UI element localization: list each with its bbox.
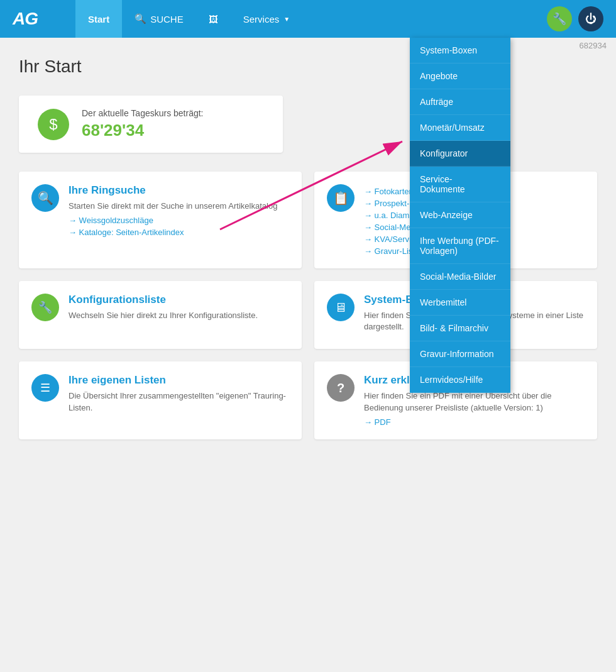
ringsuche-icon: 🔍 <box>31 184 59 212</box>
services-label: Services <box>243 14 280 25</box>
wrench-icon: 🔧 <box>553 12 566 26</box>
dropdown-bild-filmarchiv[interactable]: Bild- & Filmarchiv <box>410 316 510 341</box>
header: AG Start 🔍 SUCHE 🖼 Services ▼ 🔧 ⏻ <box>0 0 616 38</box>
header-icons: 🔧 ⏻ <box>547 6 616 31</box>
card-ringsuche: 🔍 Ihre Ringsuche Starten Sie direkt mit … <box>19 172 302 268</box>
kurz-erklaert-icon: ? <box>327 374 355 402</box>
card-konfigurationsliste: 🔧 Konfigurationsliste Wechseln Sie hier … <box>19 281 302 349</box>
rate-box: $ Der aktuelle Tageskurs beträgt: 68'29'… <box>19 96 283 153</box>
dropdown-web-anzeige[interactable]: Web-Anzeige <box>410 202 510 228</box>
ringsuche-link-2[interactable]: → Kataloge: Seiten-Artikelindex <box>69 228 277 237</box>
konfiguration-title: Konfigurationsliste <box>69 294 258 306</box>
kurz-erklaert-desc: Hier finden Sie ein PDF mit einer Übersi… <box>364 390 585 413</box>
eigene-listen-title: Ihre eigenen Listen <box>69 374 289 387</box>
dropdown-lernvideos[interactable]: Lernvideos/Hilfe <box>410 367 510 393</box>
ringsuche-title: Ihre Ringsuche <box>69 184 277 197</box>
dropdown-system-boxen[interactable]: System-Boxen <box>410 38 510 63</box>
system-boxen-icon: 🖥 <box>327 294 355 321</box>
dropdown-service-dokumente[interactable]: Service-Dokumente <box>410 167 510 202</box>
power-icon: ⏻ <box>585 13 597 26</box>
rate-content: Der aktuelle Tageskurs beträgt: 68'29'34 <box>82 108 204 140</box>
catalog-icon: 📋 <box>327 184 355 212</box>
search-icon: 🔍 <box>135 13 146 25</box>
dropdown-gravur-info[interactable]: Gravur-Information <box>410 341 510 367</box>
ringsuche-content: Ihre Ringsuche Starten Sie direkt mit de… <box>69 184 277 256</box>
cards-grid: 🔍 Ihre Ringsuche Starten Sie direkt mit … <box>19 172 597 439</box>
logo: AG <box>0 9 75 29</box>
dropdown-social-media[interactable]: Social-Media-Bilder <box>410 264 510 290</box>
rate-value: 68'29'34 <box>82 121 204 140</box>
page-title: Ihr Start <box>19 57 597 77</box>
kurz-erklaert-pdf-link[interactable]: → PDF <box>364 417 585 427</box>
konfiguration-icon: 🔧 <box>31 294 59 321</box>
dropdown-angebote[interactable]: Angebote <box>410 63 510 89</box>
eigene-listen-icon: ☰ <box>31 374 59 402</box>
main-nav: Start 🔍 SUCHE 🖼 Services ▼ <box>75 0 547 38</box>
main-content: Ihr Start $ Der aktuelle Tageskurs beträ… <box>0 38 616 458</box>
konfiguration-desc: Wechseln Sie hier direkt zu Ihrer Konfig… <box>69 310 258 321</box>
eigene-listen-desc: Die Übersicht Ihrer zusammengestellten "… <box>69 390 289 413</box>
nav-services[interactable]: Services ▼ <box>231 0 302 38</box>
nav-catalog[interactable]: 🖼 <box>196 0 231 38</box>
rate-label: Der aktuelle Tageskurs beträgt: <box>82 108 204 118</box>
dropdown-werbemittel[interactable]: Werbemittel <box>410 290 510 316</box>
search-label: SUCHE <box>150 14 184 25</box>
konfiguration-content: Konfigurationsliste Wechseln Sie hier di… <box>69 294 258 336</box>
dropdown-auftraege[interactable]: Aufträge <box>410 89 510 115</box>
dropdown-konfigurator[interactable]: Konfigurator <box>410 141 510 167</box>
services-dropdown: System-Boxen Angebote Aufträge Monetär/U… <box>410 38 510 393</box>
ringsuche-link-1[interactable]: → Weissgoldzuschläge <box>69 216 277 225</box>
dropdown-monetaer[interactable]: Monetär/Umsatz <box>410 115 510 141</box>
catalog-icon: 🖼 <box>209 14 218 25</box>
settings-button[interactable]: 🔧 <box>547 6 572 31</box>
nav-search[interactable]: 🔍 SUCHE <box>122 0 196 38</box>
chevron-down-icon: ▼ <box>283 16 290 23</box>
dropdown-ihre-werbung[interactable]: Ihre Werbung (PDF-Vorlagen) <box>410 228 510 264</box>
dollar-icon: $ <box>38 109 69 140</box>
power-button[interactable]: ⏻ <box>578 6 603 31</box>
ringsuche-desc: Starten Sie direkt mit der Suche in unse… <box>69 201 277 212</box>
nav-start[interactable]: Start <box>75 0 122 38</box>
card-eigene-listen: ☰ Ihre eigenen Listen Die Übersicht Ihre… <box>19 361 302 439</box>
eigene-listen-content: Ihre eigenen Listen Die Übersicht Ihrer … <box>69 374 289 426</box>
